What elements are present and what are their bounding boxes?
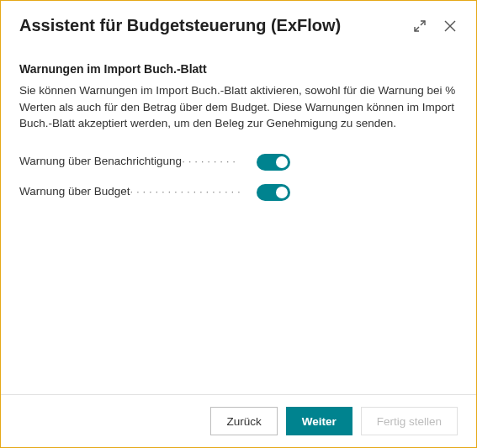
- toggle-warn-budget[interactable]: [257, 184, 290, 201]
- section-title: Warnungen im Import Buch.-Blatt: [19, 62, 458, 76]
- wizard-dialog: Assistent für Budgetsteuerung (ExFlow) W…: [0, 0, 477, 448]
- dialog-content: Warnungen im Import Buch.-Blatt Sie könn…: [1, 42, 476, 394]
- dialog-title: Assistent für Budgetsteuerung (ExFlow): [19, 16, 412, 35]
- field-warn-notification: Warnung über Benachrichtigung: [19, 147, 458, 177]
- field-label-wrap: Warnung über Benachrichtigung: [19, 155, 240, 170]
- field-label: Warnung über Benachrichtigung: [19, 155, 182, 167]
- toggle-knob: [276, 187, 288, 198]
- close-icon[interactable]: [443, 18, 458, 34]
- section-description: Sie können Warnungen im Import Buch.-Bla…: [19, 82, 458, 132]
- field-warn-budget: Warnung über Budget: [19, 177, 458, 208]
- toggle-knob: [276, 156, 288, 168]
- next-button[interactable]: Weiter: [286, 407, 352, 435]
- expand-icon[interactable]: [412, 18, 427, 34]
- field-label: Warnung über Budget: [19, 185, 130, 198]
- dialog-header: Assistent für Budgetsteuerung (ExFlow): [1, 1, 476, 42]
- finish-button: Fertig stellen: [361, 407, 458, 435]
- field-label-wrap: Warnung über Budget: [19, 185, 240, 200]
- back-button[interactable]: Zurück: [210, 407, 277, 435]
- header-actions: [412, 18, 458, 34]
- toggle-warn-notification[interactable]: [257, 154, 290, 171]
- dialog-footer: Zurück Weiter Fertig stellen: [1, 394, 476, 447]
